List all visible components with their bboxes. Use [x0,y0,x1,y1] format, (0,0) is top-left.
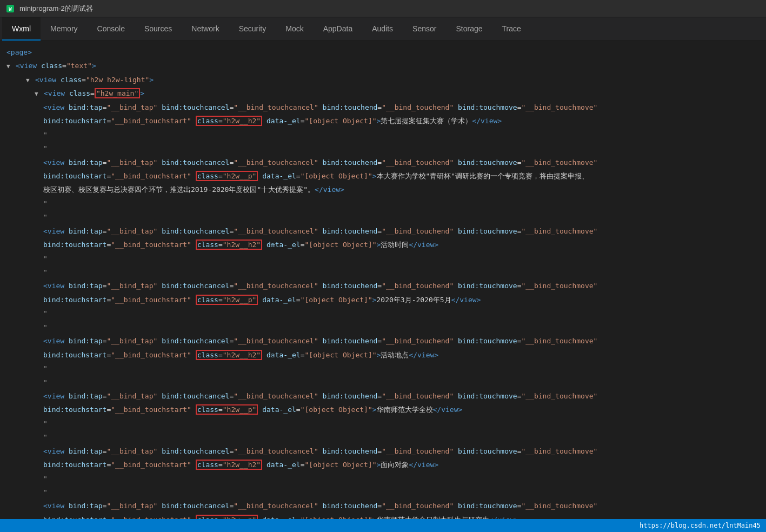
tab-trace[interactable]: Trace [492,17,531,41]
code-line-6b: bind:touchstart="__bind_touchstart" clas… [0,403,766,416]
code-line-7a: <view bind:tap="__bind_tap" bind:touchca… [0,444,766,458]
code-line: ▼<view class="text"> [0,59,766,72]
tab-wxml[interactable]: Wxml [2,17,41,41]
code-line-2c: 校区初赛、校区复赛与总决赛四个环节，推选出2019-2020年度校园"十大优秀提… [0,183,766,196]
code-line-5b: bind:touchstart="__bind_touchstart" clas… [0,348,766,362]
tab-console[interactable]: Console [88,17,135,41]
code-line-3a: <view bind:tap="__bind_tap" bind:touchca… [0,224,766,238]
quote13: " [0,472,766,486]
quote2: " [0,142,766,155]
tab-security[interactable]: Security [229,17,276,41]
code-line-2b: bind:touchstart="__bind_touchstart" clas… [0,169,766,183]
quote5: " [0,252,766,265]
code-line: ▼<view class="h2w h2w-light"> [0,73,766,87]
tab-network[interactable]: Network [182,17,229,41]
quote6: " [0,265,766,279]
code-line-1b: bind:touchstart="__bind_touchstart" clas… [0,114,766,128]
quote1: " [0,128,766,142]
code-line-4a: <view bind:tap="__bind_tap" bind:touchca… [0,279,766,292]
svg-text:W: W [9,6,12,12]
tab-bar: Wxml Memory Console Sources Network Secu… [0,17,766,41]
code-line: ▼<view class="h2w_main"> [0,87,766,100]
code-line-2a: <view bind:tap="__bind_tap" bind:touchca… [0,156,766,169]
code-line-3b: bind:touchstart="__bind_touchstart" clas… [0,238,766,251]
code-line-1a: <view bind:tap="__bind_tap" bind:touchca… [0,101,766,114]
quote11: " [0,417,766,430]
quote4: " [0,210,766,224]
code-line-5a: <view bind:tap="__bind_tap" bind:touchca… [0,334,766,348]
code-line-6a: <view bind:tap="__bind_tap" bind:touchca… [0,389,766,403]
window-title: miniprogram-2的调试器 [19,4,93,14]
app-icon: W [5,4,15,14]
code-line-8b: bind:touchstart="__bind_touchstart" clas… [0,513,766,519]
status-url: https://blog.csdn.net/lntMain45 [640,522,761,529]
quote10: " [0,376,766,389]
tab-sensor[interactable]: Sensor [403,17,446,41]
quote3: " [0,197,766,210]
title-bar: W miniprogram-2的调试器 [0,0,766,17]
quote14: " [0,486,766,499]
code-line-7b: bind:touchstart="__bind_touchstart" clas… [0,458,766,471]
tab-storage[interactable]: Storage [446,17,492,41]
code-area[interactable]: <page> ▼<view class="text"> ▼<view class… [0,41,766,519]
quote9: " [0,362,766,375]
code-line-4b: bind:touchstart="__bind_touchstart" clas… [0,293,766,307]
status-bar: https://blog.csdn.net/lntMain45 [0,519,766,532]
tab-sources[interactable]: Sources [135,17,182,41]
quote7: " [0,307,766,320]
tab-memory[interactable]: Memory [41,17,88,41]
tab-appdata[interactable]: AppData [314,17,362,41]
quote8: " [0,321,766,334]
tab-audits[interactable]: Audits [362,17,403,41]
tab-mock[interactable]: Mock [276,17,313,41]
code-line: <page> [0,45,766,59]
quote12: " [0,430,766,444]
code-line-8a: <view bind:tap="__bind_tap" bind:touchca… [0,499,766,513]
